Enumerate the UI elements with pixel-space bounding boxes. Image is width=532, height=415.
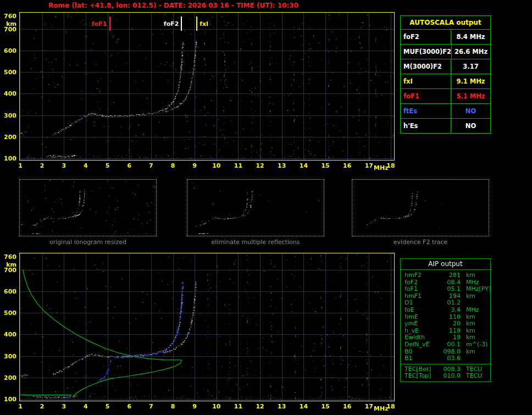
x-tick-label: 1 bbox=[14, 162, 26, 169]
main-ionogram-canvas bbox=[19, 12, 395, 161]
aip-output-table: AIP output hmF2281kmfoF208.4MHzfoF105.1M… bbox=[400, 258, 491, 382]
autoscala-row-label: fxI bbox=[401, 74, 451, 88]
y-tick-label: 200 bbox=[2, 374, 16, 381]
x-tick-label: 16 bbox=[341, 162, 353, 169]
autoscala-row-value: NO bbox=[451, 104, 490, 118]
x-tick-label: 18 bbox=[385, 162, 397, 169]
aip-row-value: 03.6 bbox=[439, 355, 461, 362]
x-tick-label: 3 bbox=[58, 403, 70, 410]
aip-row: B103.6 bbox=[401, 355, 490, 362]
aip-row-label: DelN_vE bbox=[401, 341, 439, 348]
profile-ionogram-canvas bbox=[19, 253, 395, 401]
autoscala-row-label: foF2 bbox=[401, 30, 451, 44]
x-tick-label: 14 bbox=[297, 162, 309, 169]
autoscala-row-label: M(3000)F2 bbox=[401, 59, 451, 74]
aip-row-label: hmF2 bbox=[401, 272, 439, 279]
aip-row-unit: TECU bbox=[461, 373, 482, 380]
autoscala-app-window: Rome (lat: +41.8, lon: 012.5) - DATE: 20… bbox=[0, 0, 532, 415]
x-tick-label: 8 bbox=[167, 403, 179, 410]
aip-row: hmF1194km bbox=[401, 293, 490, 300]
thumbnail-f2-trace-canvas bbox=[352, 180, 489, 236]
aip-row-unit: km bbox=[461, 293, 475, 300]
x-tick-label: 10 bbox=[210, 162, 223, 169]
x-tick-label: 9 bbox=[189, 403, 201, 410]
autoscala-row: fxI9.1 MHz bbox=[401, 74, 490, 89]
autoscala-row: h'EsNO bbox=[401, 119, 490, 133]
aip-row-label: foF1 bbox=[401, 286, 439, 293]
y-tick-label: 300 bbox=[2, 353, 16, 360]
aip-table-title: AIP output bbox=[401, 259, 490, 270]
y-tick-label: 600 bbox=[2, 47, 16, 54]
x-tick-label: 13 bbox=[276, 403, 288, 410]
y-axis-unit-label: km bbox=[2, 261, 16, 268]
y-tick-label: 600 bbox=[2, 288, 16, 295]
x-tick-label: 11 bbox=[232, 162, 244, 169]
thumbnail-caption: evidence F2 trace bbox=[352, 239, 489, 246]
x-tick-label: 17 bbox=[363, 162, 375, 169]
aip-row-label: TEC[Top] bbox=[401, 373, 439, 380]
autoscala-row: M(3000)F23.17 bbox=[401, 59, 490, 74]
aip-row-unit: km bbox=[461, 320, 475, 328]
aip-row-unit bbox=[461, 355, 466, 362]
autoscala-table-rows: foF28.4 MHzMUF(3000)F226.6 MHzM(3000)F23… bbox=[401, 30, 490, 133]
x-tick-label: 5 bbox=[102, 403, 114, 410]
x-tick-label: 15 bbox=[319, 403, 331, 410]
x-tick-label: 18 bbox=[385, 403, 397, 410]
x-tick-label: 9 bbox=[189, 162, 201, 169]
autoscala-row-value: 26.6 MHz bbox=[452, 45, 490, 59]
aip-row-unit bbox=[461, 300, 466, 307]
aip-row-value: 00.1 bbox=[439, 341, 461, 348]
autoscala-row-label: foF1 bbox=[401, 89, 451, 103]
x-tick-label: 14 bbox=[297, 403, 309, 410]
x-tick-label: 12 bbox=[254, 162, 266, 169]
x-tick-label: 10 bbox=[210, 403, 223, 410]
x-tick-label: 6 bbox=[123, 403, 135, 410]
thumbnail-caption: eliminate multiple reflections bbox=[187, 239, 324, 246]
autoscala-table-title: AUTOSCALA output bbox=[401, 16, 490, 30]
aip-row: foF105.1MHz[PY] bbox=[401, 286, 490, 293]
autoscala-output-table: AUTOSCALA output foF28.4 MHzMUF(3000)F22… bbox=[400, 15, 491, 134]
y-tick-label: 400 bbox=[2, 331, 16, 338]
y-tick-label: 760 bbox=[2, 13, 16, 20]
aip-tec-separator bbox=[401, 364, 490, 364]
autoscala-row-value: 9.1 MHz bbox=[451, 74, 490, 88]
autoscala-row-value: 3.17 bbox=[451, 59, 490, 74]
autoscala-row: MUF(3000)F226.6 MHz bbox=[401, 45, 490, 59]
aip-row: B0098.0km bbox=[401, 348, 490, 356]
aip-row-value: 010.0 bbox=[439, 373, 461, 380]
thumbnail-original-ionogram bbox=[19, 179, 157, 236]
autoscala-row-value: NO bbox=[451, 119, 490, 133]
autoscala-row: foF28.4 MHz bbox=[401, 30, 490, 45]
autoscala-row-value: 8.4 MHz bbox=[451, 30, 490, 44]
x-tick-label: 15 bbox=[319, 162, 331, 169]
y-tick-label: 500 bbox=[2, 69, 16, 76]
aip-row-label: foE bbox=[401, 307, 439, 314]
x-tick-label: 3 bbox=[58, 162, 70, 169]
y-tick-label: 100 bbox=[2, 396, 16, 403]
aip-row-unit: km bbox=[461, 272, 475, 279]
x-tick-label: 11 bbox=[232, 403, 244, 410]
x-tick-label: 2 bbox=[36, 162, 48, 169]
autoscala-row: ftEsNO bbox=[401, 104, 490, 119]
thumbnail-original-canvas bbox=[20, 180, 156, 236]
autoscala-row-label: MUF(3000)F2 bbox=[401, 45, 452, 59]
autoscala-row-value: 5.1 MHz bbox=[451, 89, 490, 103]
aip-row-value: 3.4 bbox=[439, 307, 461, 314]
thumbnail-caption: original ionogram resized bbox=[19, 239, 157, 246]
station-date-time-title: Rome (lat: +41.8, lon: 012.5) - DATE: 20… bbox=[48, 2, 298, 9]
aip-row-value: 05.1 bbox=[439, 286, 461, 293]
y-tick-label: 700 bbox=[2, 26, 16, 33]
x-tick-label: 8 bbox=[167, 162, 179, 169]
aip-row-unit: m^(-3) bbox=[461, 341, 487, 348]
y-tick-label: 500 bbox=[2, 309, 16, 317]
x-axis-unit-label: MHz bbox=[374, 164, 389, 171]
x-tick-label: 17 bbox=[363, 403, 375, 410]
autoscala-row-label: h'Es bbox=[401, 119, 451, 133]
aip-table-rows: hmF2281kmfoF208.4MHzfoF105.1MHz[PY]hmF11… bbox=[401, 270, 490, 381]
y-tick-label: 300 bbox=[2, 112, 16, 119]
aip-row-unit: MHz bbox=[461, 286, 479, 293]
x-tick-label: 4 bbox=[80, 162, 92, 169]
aip-row: TEC[Top]010.0TECU bbox=[401, 373, 490, 380]
y-tick-label: 100 bbox=[2, 155, 16, 162]
aip-row-unit: MHz bbox=[461, 307, 479, 314]
